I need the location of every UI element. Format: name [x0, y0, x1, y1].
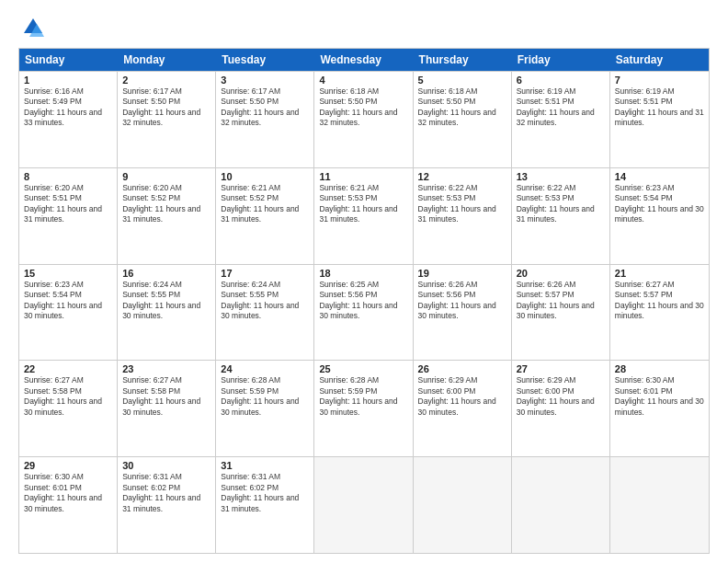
table-row: 9 Sunrise: 6:20 AMSunset: 5:52 PMDayligh…: [118, 168, 216, 264]
day-number: 31: [221, 460, 309, 471]
day-number: 8: [24, 171, 112, 182]
day-number: 15: [24, 268, 112, 279]
day-number: 9: [122, 171, 210, 182]
calendar-header-cell: Monday: [118, 49, 216, 71]
calendar-row: 22 Sunrise: 6:27 AMSunset: 5:58 PMDaylig…: [19, 360, 709, 456]
calendar-row: 8 Sunrise: 6:20 AMSunset: 5:51 PMDayligh…: [19, 167, 709, 264]
day-number: 28: [615, 363, 704, 374]
day-number: 23: [122, 363, 210, 374]
day-number: 30: [122, 460, 210, 471]
day-number: 18: [319, 268, 407, 279]
day-number: 2: [122, 75, 210, 86]
calendar-header-cell: Saturday: [610, 49, 709, 71]
day-info: Sunrise: 6:21 AMSunset: 5:53 PMDaylight:…: [319, 183, 407, 225]
table-row: 31 Sunrise: 6:31 AMSunset: 6:02 PMDaylig…: [216, 457, 314, 553]
day-number: 11: [319, 171, 407, 182]
day-info: Sunrise: 6:27 AMSunset: 5:58 PMDaylight:…: [24, 375, 112, 418]
table-row: 30 Sunrise: 6:31 AMSunset: 6:02 PMDaylig…: [118, 457, 216, 553]
day-info: Sunrise: 6:19 AMSunset: 5:51 PMDaylight:…: [615, 86, 704, 129]
table-row: 25 Sunrise: 6:28 AMSunset: 5:59 PMDaylig…: [314, 361, 413, 456]
day-info: Sunrise: 6:25 AMSunset: 5:56 PMDaylight:…: [319, 280, 407, 322]
calendar-header-cell: Thursday: [414, 49, 512, 71]
table-row: 12 Sunrise: 6:22 AMSunset: 5:53 PMDaylig…: [414, 168, 512, 264]
day-info: Sunrise: 6:30 AMSunset: 6:01 PMDaylight:…: [24, 472, 112, 514]
calendar-header-cell: Wednesday: [314, 49, 413, 71]
day-info: Sunrise: 6:20 AMSunset: 5:52 PMDaylight:…: [122, 183, 210, 225]
day-info: Sunrise: 6:24 AMSunset: 5:55 PMDaylight:…: [122, 280, 210, 322]
table-row: 4 Sunrise: 6:18 AMSunset: 5:50 PMDayligh…: [314, 72, 413, 167]
day-number: 1: [24, 75, 112, 86]
day-number: 29: [24, 460, 112, 471]
day-number: 7: [615, 75, 704, 86]
day-info: Sunrise: 6:22 AMSunset: 5:53 PMDaylight:…: [418, 183, 506, 225]
table-row: 15 Sunrise: 6:23 AMSunset: 5:54 PMDaylig…: [19, 265, 118, 361]
logo: [18, 15, 48, 40]
day-number: 3: [221, 75, 309, 86]
table-row: 14 Sunrise: 6:23 AMSunset: 5:54 PMDaylig…: [610, 168, 709, 264]
day-number: 20: [517, 268, 605, 279]
day-info: Sunrise: 6:21 AMSunset: 5:52 PMDaylight:…: [221, 183, 309, 225]
day-number: 24: [221, 363, 309, 374]
day-number: 5: [418, 75, 506, 86]
table-row: 26 Sunrise: 6:29 AMSunset: 6:00 PMDaylig…: [414, 361, 512, 456]
calendar-header-cell: Friday: [512, 49, 610, 71]
day-info: Sunrise: 6:23 AMSunset: 5:54 PMDaylight:…: [24, 280, 112, 322]
table-row: 24 Sunrise: 6:28 AMSunset: 5:59 PMDaylig…: [216, 361, 314, 456]
table-row: 8 Sunrise: 6:20 AMSunset: 5:51 PMDayligh…: [19, 168, 118, 264]
table-row: 11 Sunrise: 6:21 AMSunset: 5:53 PMDaylig…: [314, 168, 413, 264]
header: [18, 15, 710, 40]
page: SundayMondayTuesdayWednesdayThursdayFrid…: [0, 0, 728, 563]
table-row: 6 Sunrise: 6:19 AMSunset: 5:51 PMDayligh…: [512, 72, 610, 167]
day-number: 10: [221, 171, 309, 182]
day-info: Sunrise: 6:26 AMSunset: 5:57 PMDaylight:…: [517, 280, 605, 322]
day-info: Sunrise: 6:18 AMSunset: 5:50 PMDaylight:…: [418, 86, 506, 129]
table-row: 10 Sunrise: 6:21 AMSunset: 5:52 PMDaylig…: [216, 168, 314, 264]
table-row: [314, 457, 413, 553]
calendar: SundayMondayTuesdayWednesdayThursdayFrid…: [18, 48, 710, 554]
table-row: 27 Sunrise: 6:29 AMSunset: 6:00 PMDaylig…: [512, 361, 610, 456]
day-info: Sunrise: 6:29 AMSunset: 6:00 PMDaylight:…: [418, 375, 506, 418]
day-number: 12: [418, 171, 506, 182]
table-row: 5 Sunrise: 6:18 AMSunset: 5:50 PMDayligh…: [414, 72, 512, 167]
calendar-header-cell: Tuesday: [216, 49, 314, 71]
day-number: 27: [517, 363, 605, 374]
day-info: Sunrise: 6:31 AMSunset: 6:02 PMDaylight:…: [122, 472, 210, 514]
logo-icon: [18, 15, 44, 40]
table-row: 3 Sunrise: 6:17 AMSunset: 5:50 PMDayligh…: [216, 72, 314, 167]
calendar-row: 15 Sunrise: 6:23 AMSunset: 5:54 PMDaylig…: [19, 264, 709, 361]
table-row: 18 Sunrise: 6:25 AMSunset: 5:56 PMDaylig…: [314, 265, 413, 361]
day-info: Sunrise: 6:28 AMSunset: 5:59 PMDaylight:…: [221, 375, 309, 418]
calendar-body: 1 Sunrise: 6:16 AMSunset: 5:49 PMDayligh…: [19, 71, 709, 553]
day-number: 13: [517, 171, 605, 182]
day-number: 25: [319, 363, 407, 374]
day-info: Sunrise: 6:24 AMSunset: 5:55 PMDaylight:…: [221, 280, 309, 322]
table-row: 23 Sunrise: 6:27 AMSunset: 5:58 PMDaylig…: [118, 361, 216, 456]
table-row: 29 Sunrise: 6:30 AMSunset: 6:01 PMDaylig…: [19, 457, 118, 553]
table-row: [414, 457, 512, 553]
table-row: [512, 457, 610, 553]
day-info: Sunrise: 6:18 AMSunset: 5:50 PMDaylight:…: [319, 86, 407, 129]
day-info: Sunrise: 6:19 AMSunset: 5:51 PMDaylight:…: [517, 86, 605, 129]
day-number: 4: [319, 75, 407, 86]
calendar-row: 1 Sunrise: 6:16 AMSunset: 5:49 PMDayligh…: [19, 71, 709, 167]
day-info: Sunrise: 6:27 AMSunset: 5:58 PMDaylight:…: [122, 375, 210, 418]
day-number: 22: [24, 363, 112, 374]
day-info: Sunrise: 6:26 AMSunset: 5:56 PMDaylight:…: [418, 280, 506, 322]
day-info: Sunrise: 6:23 AMSunset: 5:54 PMDaylight:…: [615, 183, 704, 225]
table-row: 1 Sunrise: 6:16 AMSunset: 5:49 PMDayligh…: [19, 72, 118, 167]
day-info: Sunrise: 6:17 AMSunset: 5:50 PMDaylight:…: [221, 86, 309, 129]
day-info: Sunrise: 6:30 AMSunset: 6:01 PMDaylight:…: [615, 375, 704, 418]
table-row: 2 Sunrise: 6:17 AMSunset: 5:50 PMDayligh…: [118, 72, 216, 167]
table-row: 7 Sunrise: 6:19 AMSunset: 5:51 PMDayligh…: [610, 72, 709, 167]
day-info: Sunrise: 6:29 AMSunset: 6:00 PMDaylight:…: [517, 375, 605, 418]
calendar-header-cell: Sunday: [19, 49, 118, 71]
calendar-row: 29 Sunrise: 6:30 AMSunset: 6:01 PMDaylig…: [19, 456, 709, 553]
table-row: 21 Sunrise: 6:27 AMSunset: 5:57 PMDaylig…: [610, 265, 709, 361]
table-row: 28 Sunrise: 6:30 AMSunset: 6:01 PMDaylig…: [610, 361, 709, 456]
day-number: 6: [517, 75, 605, 86]
table-row: 17 Sunrise: 6:24 AMSunset: 5:55 PMDaylig…: [216, 265, 314, 361]
table-row: 22 Sunrise: 6:27 AMSunset: 5:58 PMDaylig…: [19, 361, 118, 456]
day-number: 19: [418, 268, 506, 279]
calendar-header: SundayMondayTuesdayWednesdayThursdayFrid…: [19, 49, 709, 71]
table-row: 16 Sunrise: 6:24 AMSunset: 5:55 PMDaylig…: [118, 265, 216, 361]
